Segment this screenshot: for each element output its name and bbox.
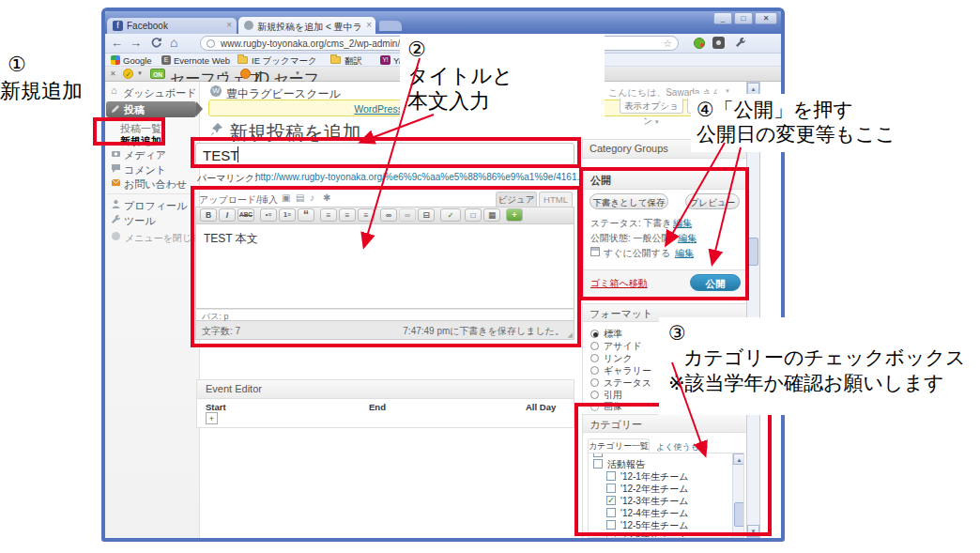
screenshot-canvas: f Facebook × 新規投稿を追加 < 豊中ラグビ × _ □ ✕ ← →… [0,0,980,553]
arrow-to-title-field [361,115,434,142]
annotation-arrows [0,0,980,553]
arrow-to-publish-button [712,147,741,263]
arrow-to-schedule-edit [666,143,725,244]
arrow-to-editor-body [364,58,420,246]
arrow-to-category-list [672,362,705,454]
